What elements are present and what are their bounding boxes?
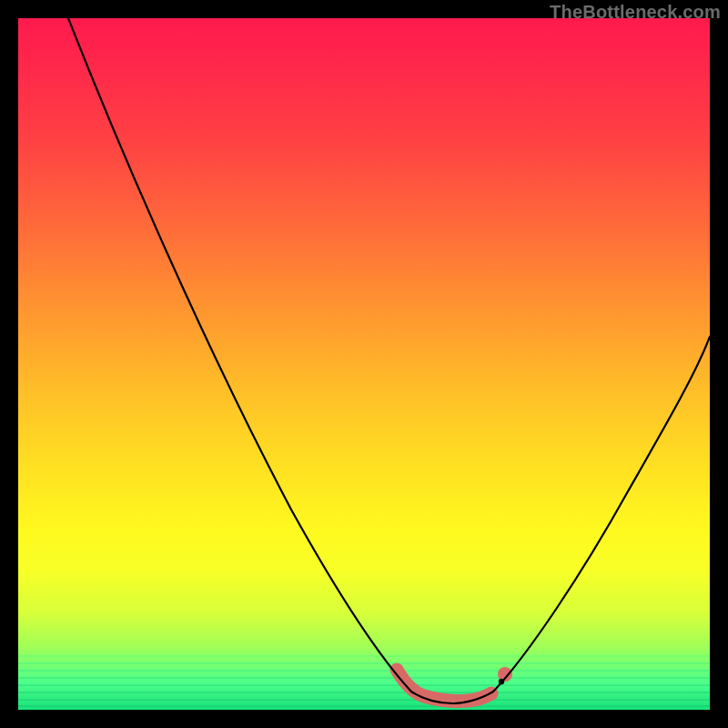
curve-layer <box>18 18 710 710</box>
curve-left-branch <box>68 18 411 692</box>
curve-right-branch <box>493 337 710 692</box>
plot-area <box>18 18 710 710</box>
chart-root: TheBottleneck.com <box>0 0 728 728</box>
highlight-trough <box>397 670 491 701</box>
